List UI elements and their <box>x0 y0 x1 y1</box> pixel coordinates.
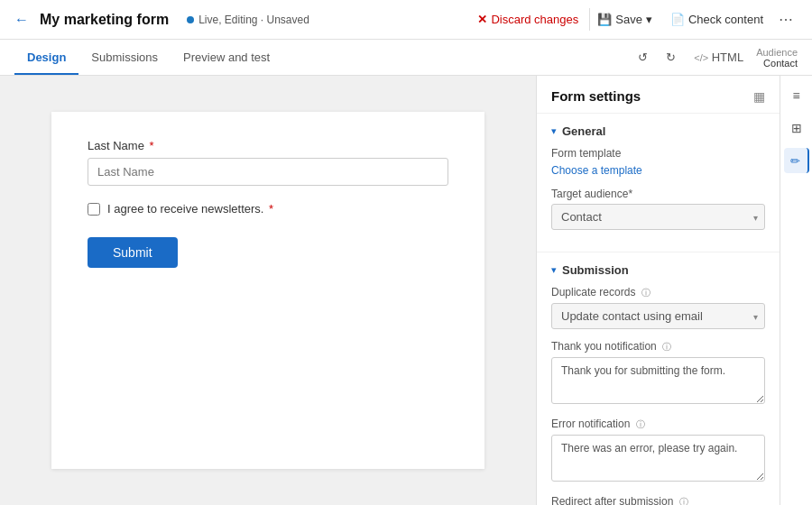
redirect-label: Redirect after submission ⓘ <box>551 495 765 505</box>
html-icon: </> <box>694 52 708 63</box>
toolbar-tools: ↺ ↻ </> HTML Audience Contact <box>632 47 798 69</box>
redirect-after-submission-group: Redirect after submission ⓘ Off <box>551 495 765 505</box>
paint-icon: ✏ <box>790 154 800 168</box>
save-button[interactable]: 💾 Save ▾ <box>589 8 660 31</box>
thankyou-notification-group: Thank you notification ⓘ Thank you for s… <box>551 340 765 407</box>
audience-label: Audience <box>756 47 798 58</box>
lastname-label: Last Name * <box>88 139 448 152</box>
lastname-input[interactable] <box>88 158 448 186</box>
check-icon: 📄 <box>670 13 685 26</box>
newsletter-label: I agree to receive newsletters. * <box>107 202 273 216</box>
save-dropdown-icon: ▾ <box>646 13 652 26</box>
undo-button[interactable]: ↺ <box>632 47 653 68</box>
form-template-label: Form template <box>551 147 765 160</box>
general-toggle-icon[interactable]: ▾ <box>551 125 557 137</box>
target-audience-select[interactable]: Contact <box>551 204 765 230</box>
discard-icon: ✕ <box>477 13 487 26</box>
duplicate-records-select-wrapper: Update contact using email Create new re… <box>551 303 765 329</box>
general-section: ▾ General Form template Choose a templat… <box>537 114 780 252</box>
paint-icon-button[interactable]: ✏ <box>784 148 809 173</box>
duplicate-records-info-icon: ⓘ <box>641 288 651 298</box>
tab-design[interactable]: Design <box>14 41 78 75</box>
tab-submissions[interactable]: Submissions <box>78 41 171 75</box>
calendar-icon-button[interactable]: ⊞ <box>784 115 809 141</box>
save-icon: 💾 <box>597 13 612 26</box>
more-options-button[interactable]: ⋯ <box>774 6 798 32</box>
choose-template-link[interactable]: Choose a template <box>551 164 642 177</box>
status-dot <box>187 16 194 23</box>
check-content-button[interactable]: 📄 Check content <box>663 8 770 31</box>
duplicate-records-select[interactable]: Update contact using email Create new re… <box>551 303 765 329</box>
sub-nav: Design Submissions Preview and test ↺ ↻ … <box>0 40 812 76</box>
submission-toggle-icon[interactable]: ▾ <box>551 264 557 276</box>
calendar-icon: ⊞ <box>791 121 802 135</box>
duplicate-records-label: Duplicate records ⓘ <box>551 286 765 299</box>
status-badge: Live, Editing · Unsaved <box>187 14 309 26</box>
duplicate-records-group: Duplicate records ⓘ Update contact using… <box>551 286 765 329</box>
general-section-title: General <box>562 124 605 138</box>
form-template-group: Form template Choose a template <box>551 147 765 177</box>
thankyou-notification-textarea[interactable]: Thank you for submitting the form. <box>551 357 765 404</box>
audience-info: Audience Contact <box>756 47 798 69</box>
discard-changes-button[interactable]: ✕ Discard changes <box>470 8 586 31</box>
form-canvas: Last Name * I agree to receive newslette… <box>51 112 484 469</box>
side-icons-panel: ≡ ⊞ ✏ <box>780 76 812 505</box>
newsletter-required: * <box>269 202 273 216</box>
general-section-header: ▾ General <box>551 124 765 138</box>
lastname-field-group: Last Name * <box>88 139 448 186</box>
submission-section: ▾ Submission Duplicate records ⓘ Update … <box>537 252 780 505</box>
error-info-icon: ⓘ <box>636 419 645 429</box>
panel-grid-icon[interactable]: ▦ <box>753 89 765 104</box>
newsletter-checkbox[interactable] <box>88 203 100 216</box>
topbar-actions: ✕ Discard changes 💾 Save ▾ 📄 Check conte… <box>470 6 798 32</box>
panel-header: Form settings ▦ <box>537 76 780 114</box>
error-notification-textarea[interactable]: There was an error, please try again. <box>551 435 765 482</box>
target-audience-select-wrapper: Contact ▾ <box>551 204 765 230</box>
submit-button[interactable]: Submit <box>88 237 178 268</box>
back-button[interactable]: ← <box>14 12 29 28</box>
lastname-required: * <box>150 139 154 152</box>
tab-preview-and-test[interactable]: Preview and test <box>171 41 282 75</box>
right-panel: Form settings ▦ ▾ General Form template … <box>536 76 780 505</box>
target-audience-group: Target audience* Contact ▾ <box>551 188 765 230</box>
canvas-area: Last Name * I agree to receive newslette… <box>0 76 536 505</box>
top-bar: ← My marketing form Live, Editing · Unsa… <box>0 0 812 40</box>
submission-section-title: Submission <box>562 263 629 277</box>
page-title: My marketing form <box>40 12 169 28</box>
panel-title: Form settings <box>551 88 641 104</box>
redirect-info-icon: ⓘ <box>679 497 688 505</box>
redo-button[interactable]: ↻ <box>660 47 681 68</box>
status-text: Live, Editing · Unsaved <box>198 14 309 26</box>
newsletter-checkbox-row: I agree to receive newsletters. * <box>88 202 448 216</box>
target-audience-label: Target audience* <box>551 188 765 200</box>
html-button[interactable]: </> HTML <box>688 47 749 68</box>
layers-icon-button[interactable]: ≡ <box>784 83 809 108</box>
thankyou-notification-label: Thank you notification ⓘ <box>551 340 765 354</box>
error-notification-group: Error notification ⓘ There was an error,… <box>551 418 765 484</box>
submission-section-header: ▾ Submission <box>551 263 765 277</box>
error-notification-label: Error notification ⓘ <box>551 418 765 431</box>
thankyou-info-icon: ⓘ <box>662 342 671 352</box>
main-layout: Last Name * I agree to receive newslette… <box>0 76 812 505</box>
layers-icon: ≡ <box>792 88 799 103</box>
audience-value: Contact <box>756 58 798 69</box>
submit-row: Submit <box>88 237 448 268</box>
